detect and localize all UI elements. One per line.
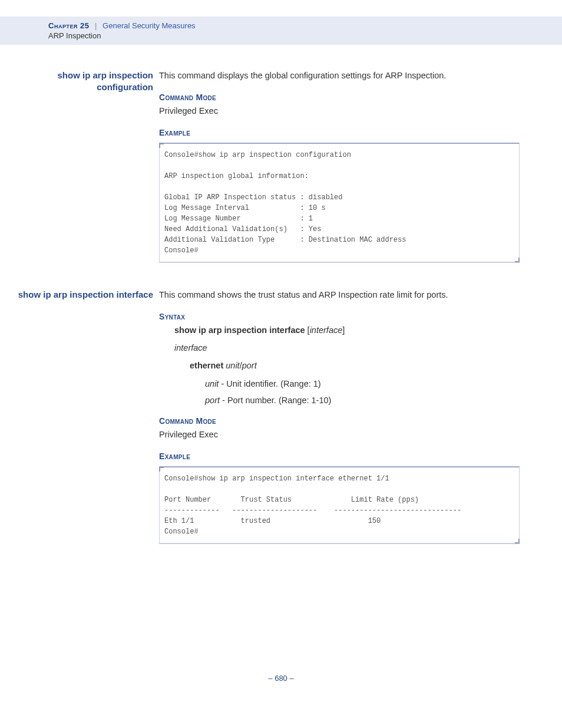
syntax-command-line: show ip arp inspection interface [interf…	[174, 324, 520, 336]
page-number: – 680 –	[0, 674, 562, 683]
syntax-port-desc: port - Port number. (Range: 1-10)	[205, 394, 520, 406]
syntax-block: show ip arp inspection interface [interf…	[174, 324, 520, 406]
syntax-interface: interface	[174, 342, 520, 354]
command-section: show ip arp inspection interface This co…	[0, 289, 562, 544]
command-body: This command displays the global configu…	[159, 70, 562, 263]
command-mode-heading: Command Mode	[159, 416, 520, 427]
page-content: show ip arp inspection configuration Thi…	[0, 70, 562, 544]
page-header: Chapter 25 | General Security Measures A…	[0, 17, 562, 45]
syntax-heading: Syntax	[159, 311, 520, 323]
command-mode-value: Privileged Exec	[159, 429, 520, 440]
example-block: Console#show ip arp inspection interface…	[159, 466, 520, 544]
syntax-param: interface	[310, 325, 343, 335]
command-body: This command shows the trust status and …	[159, 289, 562, 544]
example-heading: Example	[159, 127, 520, 139]
command-mode-heading: Command Mode	[159, 92, 520, 104]
example-code: Console#show ip arp inspection interface…	[164, 473, 514, 537]
syntax-ethernet-line: ethernet unit/port	[190, 360, 520, 371]
chapter-label: Chapter 25	[48, 21, 89, 30]
command-description: This command shows the trust status and …	[159, 289, 520, 301]
command-name: show ip arp inspection configuration	[0, 70, 159, 94]
chapter-line: Chapter 25 | General Security Measures	[48, 21, 514, 30]
example-code: Console#show ip arp inspection configura…	[164, 150, 514, 256]
syntax-command: show ip arp inspection interface	[174, 325, 305, 335]
chapter-title: General Security Measures	[103, 21, 196, 30]
syntax-unit-desc: unit - Unit identifier. (Range: 1)	[205, 378, 520, 390]
command-section: show ip arp inspection configuration Thi…	[0, 70, 562, 263]
command-description: This command displays the global configu…	[159, 70, 520, 81]
example-heading: Example	[159, 451, 520, 463]
chapter-separator: |	[95, 21, 97, 30]
command-mode-value: Privileged Exec	[159, 105, 520, 117]
chapter-subtitle: ARP Inspection	[48, 31, 514, 40]
example-block: Console#show ip arp inspection configura…	[159, 143, 520, 263]
command-name: show ip arp inspection interface	[0, 289, 159, 301]
